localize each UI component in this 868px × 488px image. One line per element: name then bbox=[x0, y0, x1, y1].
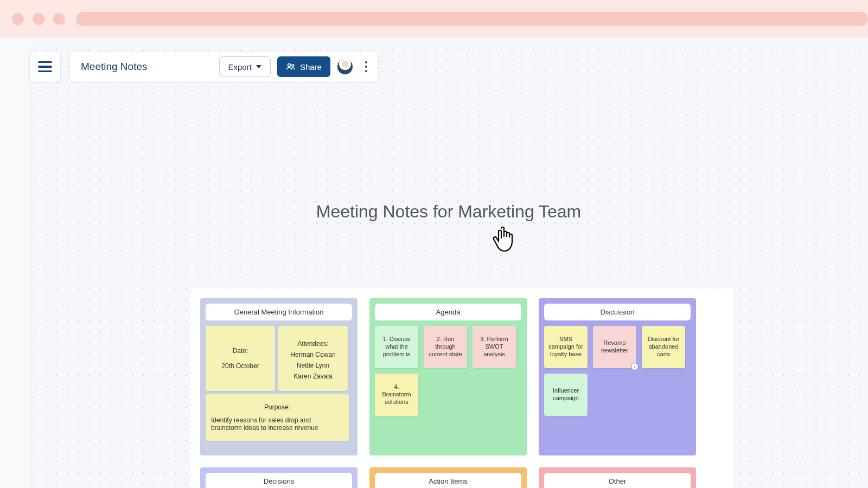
note-discussion-item[interactable]: Discount for abandoned carts bbox=[642, 326, 685, 368]
column-header: Decisions bbox=[206, 473, 352, 488]
traffic-light-dot bbox=[12, 13, 24, 25]
more-menu-button[interactable] bbox=[360, 58, 373, 75]
note-discussion-item[interactable]: Revamp newsletter bbox=[593, 326, 636, 368]
column-agenda[interactable]: Agenda 1. Discuss what the problem is 2.… bbox=[369, 298, 527, 455]
browser-chrome bbox=[0, 0, 868, 38]
main-toolbar: Meeting Notes Export Share bbox=[69, 51, 379, 82]
note-agenda-item[interactable]: 3. Perform SWOT analysis bbox=[473, 326, 516, 368]
share-label: Share bbox=[300, 62, 322, 72]
note-purpose[interactable]: Purpose: Identify reasons for sales drop… bbox=[206, 394, 349, 441]
export-button[interactable]: Export bbox=[219, 56, 271, 77]
toolbar: Meeting Notes Export Share bbox=[29, 51, 379, 82]
people-icon bbox=[286, 62, 296, 72]
info-icon[interactable]: i bbox=[631, 363, 639, 370]
column-general[interactable]: General Meeting Information Date: 20th O… bbox=[200, 298, 358, 455]
purpose-label: Purpose: bbox=[211, 403, 343, 411]
column-action-items[interactable]: Action Items bbox=[369, 467, 527, 488]
traffic-light-dot bbox=[53, 13, 65, 25]
url-bar-placeholder bbox=[76, 12, 868, 26]
column-decisions[interactable]: Decisions bbox=[200, 467, 358, 488]
attendee: Karen Zavala bbox=[283, 373, 343, 380]
column-discussion[interactable]: Discussion SMS campaign for loyalty base… bbox=[539, 298, 696, 455]
column-header: Action Items bbox=[375, 473, 521, 488]
purpose-text: Identify reasons for sales drop and brai… bbox=[211, 416, 343, 432]
column-other[interactable]: Other bbox=[539, 467, 696, 488]
column-header: Discussion bbox=[544, 304, 691, 320]
attendee: Herman Cowan bbox=[283, 351, 343, 358]
board-panel: General Meeting Information Date: 20th O… bbox=[190, 288, 733, 488]
note-agenda-item[interactable]: 2. Run through current state bbox=[424, 326, 467, 368]
column-header: General Meeting Information bbox=[206, 304, 352, 320]
note-agenda-item[interactable]: 1. Discuss what the problem is bbox=[375, 326, 418, 368]
traffic-light-dot bbox=[33, 13, 44, 25]
note-agenda-item[interactable]: 4. Brainstorm solutions bbox=[375, 374, 418, 416]
note-attendees[interactable]: Attendees: Herman Cowan Nettle Lynn Kare… bbox=[278, 326, 348, 391]
date-label: Date: bbox=[210, 347, 271, 355]
share-button[interactable]: Share bbox=[277, 56, 330, 77]
chevron-down-icon bbox=[256, 65, 261, 68]
svg-point-0 bbox=[288, 64, 290, 67]
note-discussion-item[interactable]: SMS campaign for loyalty base bbox=[544, 326, 588, 368]
document-title[interactable]: Meeting Notes bbox=[81, 61, 213, 73]
date-value: 20th October bbox=[210, 362, 271, 370]
column-header: Agenda bbox=[375, 304, 521, 320]
note-discussion-item[interactable]: Influencer campaign bbox=[544, 374, 588, 416]
avatar[interactable] bbox=[337, 59, 353, 75]
board-title[interactable]: Meeting Notes for Marketing Team bbox=[316, 202, 582, 222]
window-traffic-lights bbox=[12, 13, 65, 25]
attendees-label: Attendees: bbox=[283, 340, 343, 348]
menu-button[interactable] bbox=[29, 51, 61, 82]
attendee: Nettle Lynn bbox=[283, 362, 343, 369]
export-label: Export bbox=[228, 62, 252, 72]
canvas[interactable]: Meeting Notes Export Share Meeting Notes bbox=[29, 44, 868, 488]
cursor-hand-icon bbox=[490, 223, 519, 257]
note-date[interactable]: Date: 20th October bbox=[206, 326, 275, 391]
column-header: Other bbox=[544, 473, 691, 488]
svg-point-1 bbox=[292, 65, 294, 67]
hamburger-icon bbox=[38, 61, 52, 73]
